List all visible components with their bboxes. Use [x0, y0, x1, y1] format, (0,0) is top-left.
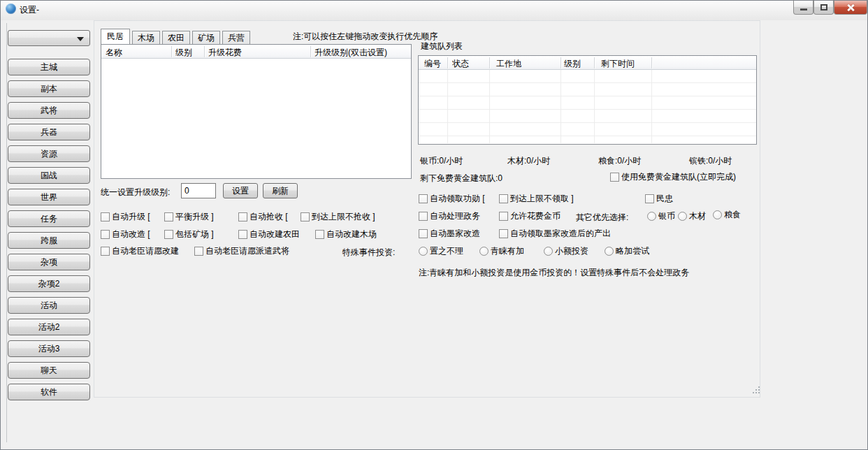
sidebar-item-activity[interactable]: 活动 [8, 297, 90, 314]
checkbox-box-icon [101, 247, 110, 256]
sidebar-item-tasks[interactable]: 任务 [8, 210, 90, 227]
sidebar-item-activity2[interactable]: 活动2 [8, 319, 90, 335]
close-button[interactable] [834, 1, 867, 15]
checkbox-box-icon [101, 212, 110, 222]
checkbox-auto-upgrade[interactable]: 自动升级 [ [101, 212, 150, 222]
checkbox-allow-spend-gold[interactable]: 允许花费金币 [499, 211, 560, 221]
account-dropdown[interactable] [8, 30, 90, 46]
radio-ignore-event[interactable]: 置之不理 [419, 246, 463, 256]
set-button[interactable]: 设置 [223, 183, 258, 198]
tab-lumber[interactable]: 木场 [132, 31, 160, 44]
column-target-level[interactable]: 升级级别(双击设置) [314, 47, 387, 59]
column-level[interactable]: 级别 [564, 58, 581, 70]
checkbox-box-icon [499, 229, 508, 238]
sidebar-item-cross-server[interactable]: 跨服 [8, 232, 90, 249]
checkbox-box-icon [238, 230, 247, 239]
tab-barracks[interactable]: 兵营 [222, 31, 250, 44]
column-level[interactable]: 级别 [175, 47, 192, 59]
checkbox-no-collect-at-cap[interactable]: 到达上限不领取 ] [499, 194, 574, 203]
column-divider [594, 70, 595, 143]
checkbox-auto-remodel[interactable]: 自动改造 [ [101, 229, 150, 239]
checkbox-elder-petition-dispatch[interactable]: 自动老臣请愿派遣武将 [194, 246, 289, 256]
checkbox-box-icon [164, 212, 173, 222]
header-divider [204, 46, 205, 57]
checkbox-box-icon [194, 247, 203, 256]
header-divider [171, 46, 172, 57]
tab-residence[interactable]: 民居 [101, 29, 130, 44]
maximize-button[interactable] [813, 1, 834, 15]
checkbox-include-mine[interactable]: 包括矿场 ] [164, 229, 214, 239]
refresh-button[interactable]: 刷新 [263, 183, 298, 198]
checkbox-auto-handle-affairs[interactable]: 自动处理政务 [419, 211, 480, 221]
radio-try-a-little[interactable]: 略加尝试 [605, 246, 649, 256]
sidebar-item-misc[interactable]: 杂项 [8, 254, 90, 270]
special-event-label: 特殊事件投资: [342, 247, 395, 259]
sidebar-item-software[interactable]: 软件 [8, 384, 90, 400]
tab-farm[interactable]: 农田 [162, 31, 190, 44]
sidebar-item-main-city[interactable]: 主城 [8, 59, 90, 75]
minimize-button[interactable] [793, 1, 813, 15]
radio-priority-silver[interactable]: 银币 [647, 211, 675, 221]
checkbox-mohist-remodel[interactable]: 自动墨家改造 [419, 228, 480, 238]
titlebar[interactable]: 设置- [1, 1, 867, 20]
silver-rate: 银币:0/小时 [420, 155, 463, 167]
checkbox-box-icon [238, 212, 247, 222]
header-divider [651, 57, 652, 68]
sidebar-item-misc2[interactable]: 杂项2 [8, 275, 90, 292]
sidebar-item-weapons[interactable]: 兵器 [8, 124, 90, 140]
checkbox-box-icon [419, 229, 428, 238]
column-status[interactable]: 状态 [452, 58, 469, 70]
queue-table-header: 编号 状态 工作地 级别 剩下时间 [419, 56, 756, 70]
checkbox-rebuild-lumber[interactable]: 自动改建木场 [315, 229, 377, 239]
sidebar-item-nation-war[interactable]: 国战 [8, 167, 90, 184]
column-divider [651, 70, 652, 143]
column-worksite[interactable]: 工作地 [496, 58, 521, 70]
close-icon [846, 3, 855, 12]
checkbox-box-icon [101, 230, 110, 239]
gold-invest-note: 注:青睐有加和小额投资是使用金币投资的！设置特殊事件后不会处理政务 [419, 267, 689, 279]
column-name[interactable]: 名称 [106, 47, 122, 59]
chevron-down-icon [77, 37, 84, 41]
set-level-label: 统一设置升级级别: [101, 187, 170, 198]
sidebar-divider [6, 23, 7, 442]
window-title: 设置- [20, 4, 39, 16]
level-input[interactable] [181, 183, 216, 198]
checkbox-auto-harvest[interactable]: 自动抢收 [ [238, 212, 288, 222]
radio-small-invest[interactable]: 小额投资 [544, 246, 588, 256]
minimize-icon [800, 8, 807, 10]
column-time-left[interactable]: 剩下时间 [601, 58, 635, 70]
radio-circle-icon [678, 212, 687, 221]
checkbox-civil-loyalty[interactable]: 民忠 [645, 194, 673, 203]
food-rate: 粮食:0/小时 [598, 155, 641, 167]
column-divider [489, 70, 490, 143]
radio-circle-icon [713, 210, 722, 219]
sidebar-item-chat[interactable]: 聊天 [8, 362, 90, 379]
checkbox-rebuild-farm[interactable]: 自动改建农田 [238, 229, 300, 239]
radio-favor-event[interactable]: 青睐有加 [479, 246, 524, 256]
checkbox-use-free-gold-queue[interactable]: 使用免费黄金建筑队(立即完成) [610, 172, 736, 182]
sidebar-item-generals[interactable]: 武将 [8, 102, 90, 119]
checkbox-box-icon [419, 212, 428, 221]
sidebar-item-dungeon[interactable]: 副本 [8, 80, 90, 97]
sidebar-item-world[interactable]: 世界 [8, 189, 90, 205]
checkbox-balanced-upgrade[interactable]: 平衡升级 ] [164, 212, 214, 222]
checkbox-auto-collect-merit[interactable]: 自动领取功勋 [ [419, 194, 485, 203]
checkbox-box-icon [164, 230, 173, 239]
checkbox-collect-mohist-output[interactable]: 自动领取墨家改造后的产出 [499, 228, 611, 238]
checkbox-box-icon [315, 230, 324, 239]
tab-mine[interactable]: 矿场 [192, 31, 220, 44]
sidebar-item-activity3[interactable]: 活动3 [8, 340, 90, 357]
header-divider [447, 57, 448, 68]
radio-priority-wood[interactable]: 木材 [678, 211, 706, 221]
sidebar: 主城 副本 武将 兵器 资源 国战 世界 任务 跨服 杂项 杂项2 活动 活动2… [8, 59, 90, 400]
resize-grip-icon[interactable] [753, 392, 754, 393]
column-divider [560, 70, 561, 143]
header-divider [560, 57, 561, 68]
radio-priority-food[interactable]: 粮食 [713, 210, 741, 219]
column-upgrade-cost[interactable]: 升级花费 [208, 47, 242, 59]
sidebar-item-resources[interactable]: 资源 [8, 145, 90, 162]
checkbox-elder-petition-rebuild[interactable]: 自动老臣请愿改建 [101, 246, 179, 256]
column-number[interactable]: 编号 [424, 58, 441, 70]
checkbox-no-harvest-at-cap[interactable]: 到达上限不抢收 ] [301, 212, 375, 222]
checkbox-box-icon [499, 194, 508, 203]
